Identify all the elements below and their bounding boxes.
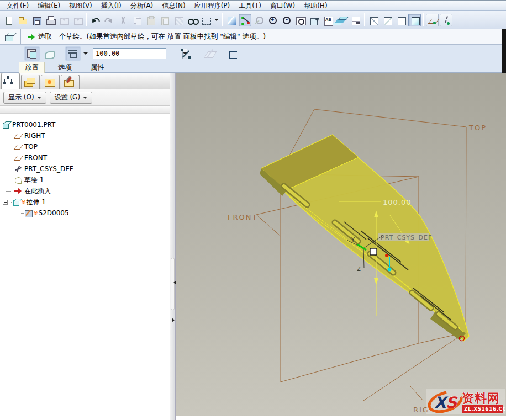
copy-icon[interactable] [130, 14, 143, 26]
extrude-icon [5, 33, 16, 41]
proe-window: 文件(F) 编辑(E) 视图(V) 插入(I) 分析(A) 信息(N) 应用程序… [0, 0, 506, 420]
spin-center-icon[interactable] [239, 14, 251, 26]
find-icon[interactable] [186, 14, 198, 26]
menu-insert[interactable]: 插入(I) [97, 1, 126, 10]
connections-tab-icon[interactable] [61, 75, 80, 89]
menu-window[interactable]: 窗口(W) [266, 1, 299, 10]
watermark-url: ZL.XS1616.COM [464, 406, 505, 412]
layers-icon[interactable] [335, 14, 348, 26]
flip-direction-button[interactable] [178, 46, 194, 61]
paste-icon[interactable] [144, 14, 157, 26]
tree-row[interactable]: PRT_CSYS_DEF [0, 163, 170, 174]
message-bar: 选取一个草绘。(如果首选内部草绘，可在 放置 面板中找到 "编辑" 选项。) [0, 29, 506, 45]
favorites-tab-icon[interactable] [41, 75, 60, 89]
zoom-out-icon[interactable] [280, 14, 293, 26]
tab-options[interactable]: 选项 [52, 62, 77, 73]
tree-row[interactable]: ※ S2D0005 [0, 208, 170, 219]
feature-indicator [0, 29, 21, 44]
show-dropdown-button[interactable]: 显示 (O) [3, 92, 46, 104]
menu-help[interactable]: 帮助(H) [299, 1, 331, 10]
send-email-icon[interactable] [57, 14, 70, 26]
select-rect-icon[interactable] [199, 14, 212, 26]
view-manager-icon[interactable] [349, 14, 362, 26]
depth-value-input[interactable] [93, 50, 182, 57]
remove-material-button[interactable] [203, 46, 218, 61]
regenerate-marker: ※ [34, 210, 38, 216]
main-toolbar [0, 11, 506, 29]
menu-view[interactable]: 视图(V) [65, 1, 97, 10]
tree-row[interactable]: 在此插入 [0, 185, 170, 196]
viewport-column: TOP FRONT RIG [176, 73, 506, 420]
tree-row[interactable]: RIGHT [0, 130, 170, 141]
tree-row[interactable]: FRONT [0, 152, 170, 163]
tree-row[interactable]: PRT0001.PRT [0, 119, 170, 130]
tree-item-label: 草绘 1 [24, 176, 44, 185]
tree-row[interactable]: ※ 拉伸 1 [0, 196, 170, 208]
menu-info[interactable]: 信息(N) [157, 1, 189, 10]
watermark: X S 资料网 ZL.XS1616.COM [426, 385, 505, 415]
undo-icon[interactable] [89, 14, 102, 26]
tab-properties[interactable]: 属性 [85, 62, 110, 73]
datum-plane-icon [14, 132, 22, 140]
depth-option-dropdown-icon[interactable] [83, 52, 88, 55]
toolbar-separator [364, 13, 365, 26]
new-file-icon[interactable] [2, 14, 15, 26]
no-hidden-icon[interactable] [394, 14, 407, 26]
tree-row[interactable]: TOP [0, 141, 170, 152]
depth-blind-button[interactable] [65, 46, 81, 61]
shaded-icon[interactable] [408, 14, 421, 26]
surface-button[interactable] [42, 46, 57, 61]
zoom-in-icon[interactable] [266, 14, 279, 26]
solid-button[interactable] [24, 46, 40, 61]
print-icon[interactable] [44, 14, 56, 26]
redo-icon[interactable] [103, 14, 115, 26]
save-icon[interactable] [30, 14, 43, 26]
csys-label: PRT_CSYS_DEF [381, 234, 432, 241]
menu-applications[interactable]: 应用程序(P) [190, 1, 235, 10]
dashboard-tabs: 放置 选项 属性 [0, 62, 506, 73]
hidden-line-icon[interactable] [381, 14, 393, 26]
front-plane-label: FRONT [228, 213, 257, 221]
send-email-link-icon[interactable] [71, 14, 84, 26]
regenerate-icon[interactable] [172, 14, 185, 26]
datum-plane-icon [14, 143, 22, 151]
tab-placement[interactable]: 放置 [19, 62, 45, 73]
chevron-down-icon [37, 97, 41, 99]
folder-browser-tab-icon[interactable] [21, 75, 40, 89]
show-button-label: 显示 (O) [8, 93, 34, 102]
menu-file[interactable]: 文件(F) [2, 1, 33, 10]
tree-item-label: 拉伸 1 [27, 198, 46, 207]
tree-item-label: PRT0001.PRT [12, 121, 55, 129]
dimension-value[interactable]: 100.00 [383, 198, 412, 206]
collapse-expander-icon[interactable] [3, 200, 8, 205]
repaint-icon[interactable] [225, 14, 238, 26]
datum-axis-display-icon[interactable] [440, 14, 452, 26]
annotations-icon[interactable] [321, 14, 334, 26]
datum-plane-display-icon[interactable] [426, 14, 439, 26]
paste-special-icon[interactable] [158, 14, 171, 26]
panel-splitter[interactable] [170, 73, 176, 420]
drag-handle[interactable] [370, 248, 377, 255]
orient-mode-icon[interactable] [252, 14, 265, 26]
settings-button-label: 设置 (G) [55, 93, 80, 102]
refit-icon[interactable] [294, 14, 307, 26]
watermark-s: S [446, 394, 458, 412]
open-icon[interactable] [16, 14, 29, 26]
navigator-tabs [0, 73, 170, 89]
model-tree-tab-icon[interactable] [1, 73, 20, 89]
tree-item-label: RIGHT [24, 132, 45, 140]
menu-tools[interactable]: 工具(T) [234, 1, 266, 10]
select-rect-dropdown-icon[interactable] [214, 19, 219, 21]
bottom-strip [176, 416, 506, 420]
wireframe-icon[interactable] [367, 14, 380, 26]
settings-dropdown-button[interactable]: 设置 (G) [50, 92, 92, 104]
menu-analysis[interactable]: 分析(A) [126, 1, 158, 10]
cyan-dot[interactable] [388, 268, 392, 272]
axis-z-label: Z [357, 266, 361, 272]
thicken-button[interactable] [225, 46, 240, 61]
menu-edit[interactable]: 编辑(E) [33, 1, 65, 10]
tree-row[interactable]: 草绘 1 [0, 174, 170, 185]
graphics-viewport[interactable]: TOP FRONT RIG [176, 73, 506, 416]
saved-views-icon[interactable] [308, 14, 320, 26]
cut-icon[interactable] [117, 14, 129, 26]
